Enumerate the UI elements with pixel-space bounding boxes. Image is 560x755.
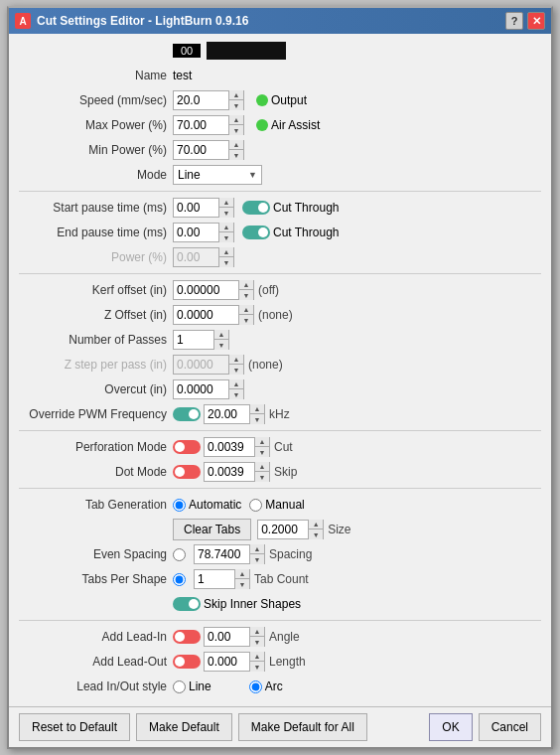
- min-power-up[interactable]: ▲: [229, 140, 243, 150]
- even-spacing-input[interactable]: [173, 548, 186, 561]
- kerf-up[interactable]: ▲: [239, 280, 253, 290]
- even-spacing-input-field[interactable]: ▲ ▼: [194, 544, 265, 564]
- tabs-per-shape-input[interactable]: [173, 573, 186, 586]
- leadin-down[interactable]: ▼: [250, 637, 264, 647]
- clear-tabs-button[interactable]: Clear Tabs: [173, 519, 251, 540]
- end-pause-up[interactable]: ▲: [219, 223, 233, 232]
- override-pwm-down[interactable]: ▼: [250, 414, 264, 424]
- ok-button[interactable]: OK: [429, 713, 472, 741]
- tab-gen-manual-input[interactable]: [249, 499, 262, 512]
- end-pause-down[interactable]: ▼: [219, 232, 233, 242]
- override-pwm-up[interactable]: ▲: [250, 404, 264, 414]
- perforation-input[interactable]: ▲ ▼: [204, 437, 270, 457]
- overcut-down[interactable]: ▼: [229, 389, 243, 399]
- end-pause-input[interactable]: ▲ ▼: [173, 223, 234, 242]
- power-down[interactable]: ▼: [219, 257, 233, 267]
- mode-dropdown[interactable]: Line ▼: [173, 165, 262, 185]
- min-power-input[interactable]: ▲ ▼: [173, 140, 244, 160]
- dot-mode-input[interactable]: ▲ ▼: [204, 462, 270, 482]
- leadin-input[interactable]: ▲ ▼: [204, 627, 265, 647]
- clear-tabs-size-down[interactable]: ▼: [309, 529, 323, 539]
- leadin-up[interactable]: ▲: [250, 627, 264, 637]
- override-pwm-toggle[interactable]: [173, 407, 201, 421]
- overcut-input[interactable]: ▲ ▼: [173, 379, 244, 399]
- cut-through-2-toggle[interactable]: [242, 226, 270, 239]
- leadout-input[interactable]: ▲ ▼: [204, 652, 265, 672]
- clear-tabs-size-field[interactable]: [258, 521, 308, 538]
- arc-radio[interactable]: Arc: [249, 680, 283, 693]
- leadin-field[interactable]: [205, 628, 249, 646]
- dot-mode-up[interactable]: ▲: [255, 462, 269, 472]
- even-spacing-field[interactable]: [195, 545, 249, 563]
- even-spacing-radio[interactable]: [173, 548, 186, 561]
- tab-gen-auto-radio[interactable]: Automatic: [173, 498, 241, 512]
- z-offset-input[interactable]: ▲ ▼: [173, 305, 254, 325]
- leadout-toggle[interactable]: [173, 655, 201, 669]
- kerf-input[interactable]: ▲ ▼: [173, 280, 254, 300]
- line-radio-input[interactable]: [173, 680, 186, 693]
- perforation-field[interactable]: [205, 438, 254, 456]
- max-power-input[interactable]: ▲ ▼: [173, 115, 244, 135]
- start-pause-down[interactable]: ▼: [219, 208, 233, 218]
- perforation-up[interactable]: ▲: [255, 437, 269, 447]
- z-step-up[interactable]: ▲: [229, 355, 243, 365]
- num-passes-input[interactable]: ▲ ▼: [173, 330, 229, 350]
- even-spacing-up[interactable]: ▲: [250, 544, 264, 554]
- line-radio[interactable]: Line: [173, 680, 211, 693]
- num-passes-down[interactable]: ▼: [214, 340, 228, 350]
- help-button[interactable]: ?: [505, 12, 523, 30]
- override-pwm-input[interactable]: ▲ ▼: [204, 404, 265, 424]
- end-pause-field[interactable]: [174, 224, 218, 241]
- start-pause-up[interactable]: ▲: [219, 198, 233, 208]
- even-spacing-down[interactable]: ▼: [250, 554, 264, 564]
- z-offset-up[interactable]: ▲: [239, 305, 253, 315]
- max-power-down[interactable]: ▼: [229, 125, 243, 135]
- leadout-up[interactable]: ▲: [250, 652, 264, 662]
- max-power-up[interactable]: ▲: [229, 115, 243, 125]
- make-default-button[interactable]: Make Default: [136, 713, 232, 741]
- make-default-all-button[interactable]: Make Default for All: [238, 713, 367, 741]
- leadout-field[interactable]: [205, 653, 249, 671]
- max-power-field[interactable]: [174, 116, 228, 134]
- skip-inner-toggle[interactable]: [173, 597, 201, 611]
- leadout-down[interactable]: ▼: [250, 662, 264, 672]
- cancel-button[interactable]: Cancel: [479, 713, 541, 741]
- close-button[interactable]: ✕: [527, 12, 545, 30]
- dot-mode-toggle[interactable]: [173, 465, 201, 479]
- speed-input[interactable]: ▲ ▼: [173, 90, 244, 110]
- start-pause-field[interactable]: [174, 199, 218, 217]
- arc-radio-input[interactable]: [249, 680, 262, 693]
- perforation-down[interactable]: ▼: [255, 447, 269, 457]
- cut-through-1-toggle[interactable]: [242, 201, 270, 215]
- tab-gen-auto-input[interactable]: [173, 499, 186, 512]
- start-pause-input[interactable]: ▲ ▼: [173, 198, 234, 218]
- min-power-down[interactable]: ▼: [229, 150, 243, 160]
- clear-tabs-size-up[interactable]: ▲: [309, 520, 323, 529]
- speed-field[interactable]: [174, 91, 228, 109]
- speed-down[interactable]: ▼: [229, 100, 243, 110]
- dot-mode-down[interactable]: ▼: [255, 472, 269, 482]
- overcut-field[interactable]: [174, 380, 228, 398]
- tabs-per-shape-input-field[interactable]: ▲ ▼: [194, 569, 250, 589]
- tabs-per-shape-up[interactable]: ▲: [235, 569, 249, 579]
- tabs-per-shape-down[interactable]: ▼: [235, 579, 249, 589]
- num-passes-field[interactable]: [174, 331, 213, 349]
- tabs-per-shape-radio[interactable]: [173, 573, 186, 586]
- leadin-toggle[interactable]: [173, 630, 201, 644]
- override-pwm-field[interactable]: [205, 405, 249, 423]
- z-step-down[interactable]: ▼: [229, 365, 243, 375]
- overcut-up[interactable]: ▲: [229, 379, 243, 389]
- perforation-toggle[interactable]: [173, 440, 201, 454]
- num-passes-up[interactable]: ▲: [214, 330, 228, 340]
- tab-gen-manual-radio[interactable]: Manual: [249, 498, 304, 512]
- dot-mode-field[interactable]: [205, 463, 254, 481]
- kerf-field[interactable]: [174, 281, 238, 299]
- z-offset-down[interactable]: ▼: [239, 315, 253, 325]
- kerf-down[interactable]: ▼: [239, 290, 253, 300]
- reset-button[interactable]: Reset to Default: [19, 713, 130, 741]
- speed-up[interactable]: ▲: [229, 90, 243, 100]
- clear-tabs-size-input[interactable]: ▲ ▼: [257, 520, 324, 539]
- min-power-field[interactable]: [174, 141, 228, 159]
- z-offset-field[interactable]: [174, 306, 238, 324]
- power-up[interactable]: ▲: [219, 247, 233, 257]
